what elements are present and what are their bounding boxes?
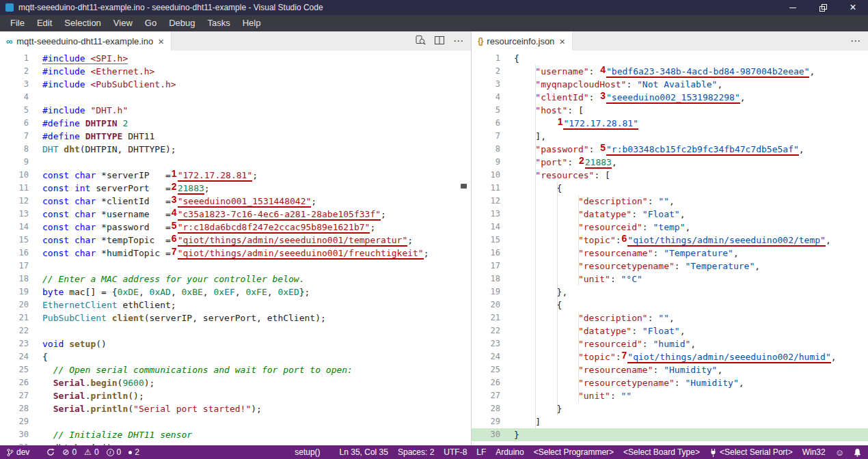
code-line[interactable]: 13 "datatype": "Float", bbox=[472, 208, 868, 221]
status-feedback[interactable]: ☺ bbox=[835, 448, 844, 457]
code-line[interactable]: 7 ], bbox=[472, 130, 868, 143]
code-line[interactable]: 8 "password": 5"r:b03348cb15fc2b9fc34fb4… bbox=[472, 143, 868, 156]
code-line[interactable]: 16const char *humidTopic =7"qiot/things/… bbox=[0, 247, 471, 260]
code-line[interactable]: 26 Serial.begin(9600); bbox=[0, 376, 471, 389]
status-encoding[interactable]: UTF-8 bbox=[444, 447, 467, 457]
code-line[interactable]: 4 bbox=[0, 91, 471, 104]
code-line[interactable]: 31 dht.begin(); bbox=[0, 441, 471, 445]
code-line[interactable]: 9 "port": 221883, bbox=[472, 156, 868, 169]
close-tab-icon[interactable]: × bbox=[558, 36, 566, 46]
close-tab-icon[interactable]: × bbox=[157, 36, 165, 46]
code-line[interactable]: 23void setup() bbox=[0, 337, 471, 350]
code-line[interactable]: 25 "resourcename": "Humidity", bbox=[472, 363, 868, 376]
menu-item-selection[interactable]: Selection bbox=[58, 15, 107, 31]
code-line[interactable]: 20EthernetClient ethClient; bbox=[0, 298, 471, 311]
open-preview-icon[interactable] bbox=[415, 35, 426, 48]
code-line[interactable]: 3#include <PubSubClient.h> bbox=[0, 78, 471, 91]
code-line[interactable]: 2 "username": 4"bedf6a23-348b-4acd-bd84-… bbox=[472, 65, 868, 78]
code-line[interactable]: 5#include "DHT.h" bbox=[0, 104, 471, 117]
code-line[interactable]: 13const char *username =4"c35a1823-7c16-… bbox=[0, 208, 471, 221]
code-line[interactable]: 25 // Open serial communications and wai… bbox=[0, 363, 471, 376]
code-line[interactable]: 21 "description": "", bbox=[472, 311, 868, 324]
code-line[interactable]: 18// Enter a MAC address for your contro… bbox=[0, 273, 471, 286]
status-platform[interactable]: Win32 bbox=[802, 447, 826, 457]
code-line[interactable]: 9 bbox=[0, 156, 471, 169]
status-symbol[interactable]: setup() bbox=[295, 447, 320, 457]
status-badge[interactable]: 2 bbox=[128, 447, 139, 457]
menu-item-help[interactable]: Help bbox=[236, 15, 267, 31]
code-line[interactable]: 10const char *serverIP =1"172.17.28.81"; bbox=[0, 169, 471, 182]
status-select-programmer[interactable]: <Select Programmer> bbox=[534, 447, 614, 457]
menu-item-edit[interactable]: Edit bbox=[31, 15, 58, 31]
status-errors[interactable]: ⊘0 bbox=[62, 447, 77, 457]
code-line[interactable]: 15 "topic":6"qiot/things/admin/seeeduino… bbox=[472, 234, 868, 247]
code-line[interactable]: 20 { bbox=[472, 298, 868, 311]
code-line[interactable]: 18 "unit": "°C" bbox=[472, 273, 868, 286]
status-eol[interactable]: LF bbox=[476, 447, 486, 457]
code-line[interactable]: 22 "datatype": "Float", bbox=[472, 324, 868, 337]
code-line[interactable]: 6#define DHTPIN 2 bbox=[0, 117, 471, 130]
tab-json[interactable]: {} resourceinfo.json × bbox=[472, 31, 573, 51]
code-line[interactable]: 27 "unit": "" bbox=[472, 389, 868, 402]
tab-ino[interactable]: ∞ mqtt-seeeduino-dht11-example.ino × bbox=[0, 31, 172, 51]
status-notifications[interactable] bbox=[854, 448, 861, 457]
code-line[interactable]: 7#define DHTTYPE DHT11 bbox=[0, 130, 471, 143]
status-warnings[interactable]: ⚠0 bbox=[84, 447, 98, 457]
code-line[interactable]: 17 bbox=[0, 260, 471, 273]
code-line[interactable]: 2#include <Ethernet.h> bbox=[0, 65, 471, 78]
menu-item-view[interactable]: View bbox=[107, 15, 139, 31]
code-line[interactable]: 5 "host": [ bbox=[472, 104, 868, 117]
code-line[interactable]: 29 ] bbox=[472, 415, 868, 428]
code-line[interactable]: 12 "description": "", bbox=[472, 195, 868, 208]
more-actions-icon[interactable]: ⋯ bbox=[453, 35, 464, 47]
editor-ino[interactable]: 1#include <SPI.h>2#include <Ethernet.h>3… bbox=[0, 51, 471, 445]
status-branch[interactable]: dev bbox=[7, 447, 29, 457]
close-button[interactable]: × bbox=[838, 0, 868, 15]
code-line[interactable]: 19 }, bbox=[472, 286, 868, 298]
code-line[interactable]: 4 "clientId": 3"seeeduino002_1531982298"… bbox=[472, 91, 868, 104]
code-line[interactable]: 14const char *password =5"r:c18da6bcd8f2… bbox=[0, 221, 471, 234]
code-line[interactable]: 29 bbox=[0, 415, 471, 428]
code-line[interactable]: 23 "resourceid": "humid", bbox=[472, 337, 868, 350]
code-line[interactable]: 11const int serverPort =221883; bbox=[0, 182, 471, 195]
status-sync[interactable] bbox=[46, 448, 55, 456]
code-line[interactable]: 12const char *clientId =3"seeeduino001_1… bbox=[0, 195, 471, 208]
code-line[interactable]: 27 Serial.println(); bbox=[0, 389, 471, 402]
status-select-board-type[interactable]: <Select Board Type> bbox=[623, 447, 700, 457]
code-line[interactable]: 19byte mac[] = {0xDE, 0xAD, 0xBE, 0xEF, … bbox=[0, 286, 471, 298]
code-line[interactable]: 3 "myqnapcloudHost": "Not Available", bbox=[472, 78, 868, 91]
code-line[interactable]: 30} bbox=[472, 428, 868, 441]
menu-item-debug[interactable]: Debug bbox=[163, 15, 201, 31]
code-line[interactable]: 10 "resources": [ bbox=[472, 169, 868, 182]
code-line[interactable]: 17 "resourcetypename": "Temperature", bbox=[472, 260, 868, 273]
status-info[interactable]: i0 bbox=[107, 447, 122, 457]
code-line[interactable]: 11 { bbox=[472, 182, 868, 195]
code-line[interactable]: 16 "resourcename": "Temperature", bbox=[472, 247, 868, 260]
restore-button[interactable] bbox=[808, 0, 838, 15]
menu-item-tasks[interactable]: Tasks bbox=[201, 15, 236, 31]
status-select-serial-port[interactable]: <Select Serial Port> bbox=[709, 447, 793, 457]
code-line[interactable]: 1{ bbox=[472, 52, 868, 65]
code-line[interactable]: 6 1"172.17.28.81" bbox=[472, 117, 868, 130]
status-cursor-position[interactable]: Ln 35, Col 35 bbox=[340, 447, 388, 457]
code-line[interactable]: 26 "resourcetypename": "Humidity", bbox=[472, 376, 868, 389]
code-line[interactable]: 21PubSubClient client(serverIP, serverPo… bbox=[0, 311, 471, 324]
code-line[interactable]: 28 } bbox=[472, 402, 868, 415]
code-line[interactable]: 15const char *tempTopic =6"qiot/things/a… bbox=[0, 234, 471, 247]
code-line[interactable]: 22 bbox=[0, 324, 471, 337]
minimize-button[interactable] bbox=[778, 0, 808, 15]
status-indentation[interactable]: Spaces: 2 bbox=[398, 447, 434, 457]
code-line[interactable]: 30 // Initialize DHT11 sensor bbox=[0, 428, 471, 441]
status-language-mode[interactable]: Arduino bbox=[496, 447, 524, 457]
code-line[interactable]: 14 "resourceid": "temp", bbox=[472, 221, 868, 234]
code-line[interactable]: 24{ bbox=[0, 350, 471, 363]
editor-json[interactable]: 1{2 "username": 4"bedf6a23-348b-4acd-bd8… bbox=[472, 51, 868, 445]
menu-item-go[interactable]: Go bbox=[139, 15, 163, 31]
menu-item-file[interactable]: File bbox=[4, 15, 31, 31]
code-line[interactable]: 28 Serial.println("Serial port started!"… bbox=[0, 402, 471, 415]
code-line[interactable]: 8DHT dht(DHTPIN, DHTTYPE); bbox=[0, 143, 471, 156]
code-line[interactable]: 1#include <SPI.h> bbox=[0, 52, 471, 65]
code-line[interactable]: 24 "topic":7"qiot/things/admin/seeeduino… bbox=[472, 350, 868, 363]
more-actions-icon[interactable]: ⋯ bbox=[850, 35, 861, 47]
split-editor-icon[interactable] bbox=[434, 35, 445, 48]
